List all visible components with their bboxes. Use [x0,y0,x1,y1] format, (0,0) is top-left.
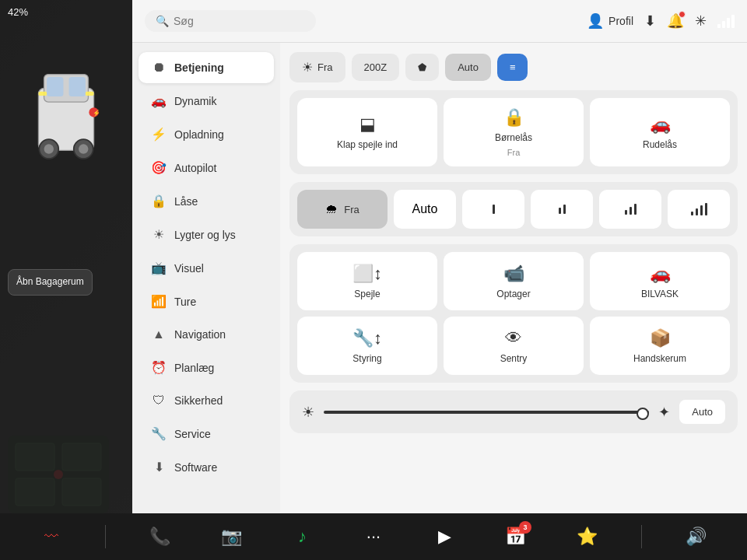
taskbar-heat[interactable]: 〰 [34,520,68,554]
open-trunk-button[interactable]: Åbn Bagagerum [8,269,93,296]
taskbar-star[interactable]: ⭐ [570,520,604,554]
fra-button[interactable]: ☀ Fra [289,52,345,82]
taskbar-calendar[interactable]: 📅 3 [499,520,533,554]
navigation-icon: ▲ [151,327,167,341]
sidebar-item-autopilot[interactable]: 🎯 Autopilot [139,152,274,184]
taskbar-media[interactable]: ▶ [427,520,461,554]
planlaeg-icon: ⏰ [151,360,167,375]
car-image: ⚡ [19,47,113,171]
speed-line [705,203,707,215]
mirror-fold-icon: ⬓ [359,114,376,135]
search-box[interactable]: 🔍 [145,10,316,32]
styring-card[interactable]: 🔧↕ Styring [297,317,437,375]
active-ctrl-button[interactable]: ≡ [497,54,528,81]
taskbar-spotify[interactable]: ♪ [286,520,320,554]
wiper-fra-button[interactable]: 🌧 Fra [297,190,388,229]
bornelaas-sublabel: Fra [507,148,521,157]
sidebar-item-software[interactable]: ⬇ Software [139,451,274,483]
search-input[interactable] [174,15,305,27]
opladning-icon: ⚡ [151,127,167,142]
visuel-icon: 📺 [151,261,167,275]
styring-label: Styring [352,353,381,364]
bornelaas-label: Børnelås [495,132,532,143]
download-icon[interactable]: ⬇ [644,12,656,30]
software-label: Software [174,461,217,474]
extras-row2: 🔧↕ Styring 👁 Sentry 📦 Handskerum [297,317,730,375]
sentry-icon: 👁 [505,328,522,348]
spejle-card[interactable]: ⬜↕ Spejle [297,252,437,310]
handskerum-card[interactable]: 📦 Handskerum [590,317,730,375]
speed-line [625,210,627,215]
phone-icon: 📞 [149,527,170,547]
profile-button[interactable]: 👤 Profil [587,12,633,30]
svg-rect-3 [69,77,86,96]
bilvask-icon: 🚗 [650,264,671,284]
bilvask-card[interactable]: 🚗 BILVASK [590,252,730,310]
taskbar-phone[interactable]: 📞 [143,520,177,554]
taskbar: 〰 📞 📷 ♪ ··· ▶ 📅 3 ⭐ 🔊 [0,513,747,560]
dynamik-label: Dynamik [174,95,216,107]
sidebar-item-planlaeg[interactable]: ⏰ Planlæg [139,352,274,383]
star-icon: ⭐ [577,527,598,547]
wiper-speed-2[interactable] [531,190,593,229]
signal-bars [717,15,735,28]
mirrors-row: ⬓ Klap spejle ind 🔒 Børnelås Fra 🚗 Rudel… [297,98,730,166]
taskbar-dots[interactable]: ··· [356,520,391,554]
optager-card[interactable]: 📹 Optager [444,252,584,310]
wiper-auto-label: Auto [412,202,438,216]
wiper-auto-card[interactable]: Auto [394,190,456,229]
active-ctrl-icon: ≡ [510,61,516,73]
battery-indicator: 42% [8,6,28,18]
fra-label: Fra [317,61,333,73]
sidebar-item-navigation[interactable]: ▲ Navigation [139,319,274,350]
sidebar-item-dynamik[interactable]: 🚗 Dynamik [139,85,274,117]
service-label: Service [174,428,211,440]
taskbar-divider-2 [641,525,642,548]
brightness-slider[interactable] [324,411,649,414]
auto-ctrl-button[interactable]: Auto [445,54,491,81]
signal-bar-3 [727,18,730,28]
notification-icon[interactable]: 🔔 [667,12,684,30]
speed-lines-3 [625,204,637,215]
sentry-card[interactable]: 👁 Sentry [444,317,584,375]
optager-icon: 📹 [503,264,524,284]
handskerum-icon: 📦 [650,328,671,348]
signal-bar-2 [722,21,725,28]
laase-label: Låse [174,195,198,208]
dots-icon: ··· [366,527,381,547]
opladning-label: Opladning [174,128,224,141]
svg-point-7 [79,144,88,153]
ctrl-icon: ⬟ [418,61,426,73]
icon-ctrl-button[interactable]: ⬟ [405,54,439,81]
ture-label: Ture [174,296,196,308]
navigation-label: Navigation [174,328,226,341]
sidebar-item-lygter[interactable]: ☀ Lygter og lys [139,219,274,250]
sidebar-item-service[interactable]: 🔧 Service [139,418,274,450]
sidebar-item-visuel[interactable]: 📺 Visuel [139,252,274,284]
sound-icon: 🔊 [686,527,707,547]
settings-icon[interactable]: ✳ [695,12,707,30]
wiper-speed-3[interactable] [599,190,661,229]
midlabel-button[interactable]: 200Z [352,54,400,81]
sidebar-item-ture[interactable]: 📶 Ture [139,285,274,317]
speed-line [630,207,632,215]
rudelaas-card[interactable]: 🚗 Rudelås [590,98,730,166]
sidebar-item-laase[interactable]: 🔒 Låse [139,185,274,217]
klap-spejle-card[interactable]: ⬓ Klap spejle ind [297,98,437,166]
optager-label: Optager [496,289,530,299]
sidebar-item-opladning[interactable]: ⚡ Opladning [139,118,274,150]
taskbar-camera[interactable]: 📷 [214,520,248,554]
speed-line [559,208,561,214]
camera-icon: 📷 [221,527,242,547]
brightness-auto-button[interactable]: Auto [679,400,725,424]
sidebar-item-sikkerhed[interactable]: 🛡 Sikkerhed [139,385,274,416]
bornelaas-card[interactable]: 🔒 Børnelås Fra [444,98,584,166]
wiper-speed-4[interactable] [668,190,730,229]
sidebar-item-betjening[interactable]: ⏺ Betjening [139,52,274,83]
taskbar-sound[interactable]: 🔊 [679,520,713,554]
wiper-speed-1[interactable] [462,190,524,229]
heat-icon: 〰 [44,529,58,545]
profile-icon: 👤 [587,12,604,30]
calendar-badge: 3 [519,521,531,534]
laase-icon: 🔒 [151,194,167,208]
